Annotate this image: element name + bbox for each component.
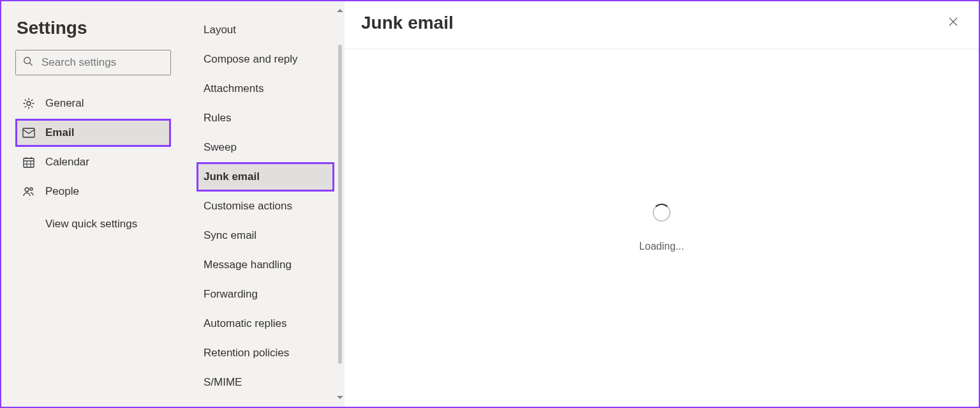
subnav-label: Rules <box>204 112 231 125</box>
scroll-down-icon[interactable] <box>337 396 343 399</box>
category-label: Email <box>45 126 74 139</box>
subnav-rules[interactable]: Rules <box>197 103 334 133</box>
content-body: Loading... <box>345 49 979 407</box>
subnav-junk-email[interactable]: Junk email <box>197 162 334 192</box>
subnav-label: Junk email <box>204 170 260 183</box>
subnav-label: Message handling <box>204 259 292 271</box>
settings-subnav: Layout Compose and reply Attachments Rul… <box>179 1 345 407</box>
svg-line-1 <box>30 63 33 66</box>
gear-icon <box>21 97 36 110</box>
svg-point-0 <box>24 57 31 64</box>
settings-content: Junk email Loading... <box>345 1 979 407</box>
quick-settings-label: View quick settings <box>45 218 137 230</box>
subnav-label: Attachments <box>204 82 264 95</box>
view-quick-settings-link[interactable]: View quick settings <box>15 211 171 238</box>
category-label: Calendar <box>45 156 89 169</box>
subnav-compose[interactable]: Compose and reply <box>197 45 334 74</box>
loading-spinner-icon <box>653 204 671 222</box>
category-general[interactable]: General <box>15 89 171 117</box>
calendar-icon <box>21 156 36 169</box>
category-label: People <box>45 185 79 198</box>
subnav-message-handling[interactable]: Message handling <box>197 250 334 280</box>
subnav-label: Sweep <box>204 141 237 154</box>
svg-point-12 <box>30 188 33 190</box>
close-icon <box>948 17 958 29</box>
subnav-smime[interactable]: S/MIME <box>197 368 334 397</box>
settings-dialog: Settings <box>0 0 980 408</box>
loading-label: Loading... <box>639 241 684 252</box>
content-title: Junk email <box>361 13 943 33</box>
category-calendar[interactable]: Calendar <box>15 148 171 176</box>
subnav-attachments[interactable]: Attachments <box>197 74 334 103</box>
subnav-label: Automatic replies <box>204 317 286 330</box>
settings-nav: Settings <box>1 1 345 407</box>
subnav-label: S/MIME <box>204 376 242 389</box>
scroll-thumb[interactable] <box>338 45 342 364</box>
close-button[interactable] <box>943 13 963 33</box>
subnav-retention-policies[interactable]: Retention policies <box>197 338 334 368</box>
settings-categories: Settings <box>1 1 179 407</box>
search-settings-field[interactable] <box>15 50 171 75</box>
search-icon <box>22 56 40 70</box>
search-settings-input[interactable] <box>40 56 164 70</box>
mail-icon <box>21 128 36 138</box>
subnav-customise-actions[interactable]: Customise actions <box>197 192 334 221</box>
svg-rect-3 <box>23 128 34 137</box>
subnav-forwarding[interactable]: Forwarding <box>197 280 334 309</box>
subnav-label: Compose and reply <box>204 53 297 66</box>
category-email[interactable]: Email <box>15 119 171 147</box>
subnav-label: Retention policies <box>204 347 289 359</box>
settings-title: Settings <box>17 18 171 38</box>
people-icon <box>21 185 36 198</box>
subnav-label: Layout <box>204 24 236 36</box>
content-header: Junk email <box>345 1 979 49</box>
subnav-scrollbar[interactable] <box>336 9 345 399</box>
subnav-layout[interactable]: Layout <box>197 15 334 45</box>
subnav-label: Customise actions <box>204 200 292 213</box>
subnav-sweep[interactable]: Sweep <box>197 133 334 162</box>
svg-point-2 <box>27 102 31 105</box>
svg-point-11 <box>25 188 29 192</box>
subnav-label: Forwarding <box>204 288 258 301</box>
svg-rect-4 <box>24 158 34 167</box>
category-label: General <box>45 97 84 110</box>
subnav-label: Sync email <box>204 229 256 242</box>
subnav-sync-email[interactable]: Sync email <box>197 221 334 250</box>
scroll-up-icon[interactable] <box>337 9 343 12</box>
category-people[interactable]: People <box>15 178 171 206</box>
subnav-automatic-replies[interactable]: Automatic replies <box>197 309 334 338</box>
